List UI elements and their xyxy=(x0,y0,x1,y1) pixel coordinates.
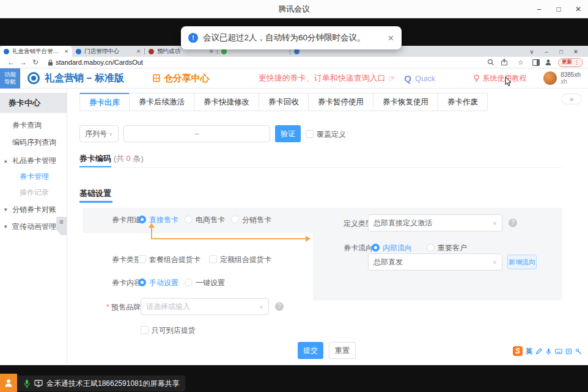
share-center-link[interactable]: 仓分享中心 xyxy=(152,73,210,84)
flow-radio-internal[interactable] xyxy=(372,244,380,252)
maximize-button[interactable]: □ xyxy=(549,0,568,18)
add-flow-button[interactable]: 新增流向 xyxy=(507,255,537,269)
share-page-icon[interactable] xyxy=(501,59,508,66)
more-menu-icon[interactable]: ⋮ xyxy=(574,59,579,65)
back-icon[interactable]: ← xyxy=(5,58,17,67)
overwrite-checkbox[interactable] xyxy=(306,130,314,138)
browser-tab[interactable]: 门店管理中心 ✕ xyxy=(72,46,144,57)
update-button[interactable]: 更新 ⋮ xyxy=(558,58,583,67)
overwrite-label[interactable]: 覆盖定义 xyxy=(317,129,346,140)
split-view-icon[interactable] xyxy=(532,59,540,66)
content-radio-onekey[interactable] xyxy=(185,278,193,286)
user-avatar[interactable] xyxy=(543,71,557,85)
ime-toolbar[interactable]: S 英 xyxy=(513,345,582,357)
content-option-onekey[interactable]: 一键设置 xyxy=(196,278,225,288)
tab-card-outbound[interactable]: 券卡出库 xyxy=(79,93,130,111)
sidebar-item-code-sequence-query[interactable]: 编码序列查询 xyxy=(0,135,67,150)
zoom-icon[interactable] xyxy=(487,59,494,66)
submit-button[interactable]: 提交 xyxy=(298,342,323,359)
minimize-button[interactable]: – xyxy=(529,0,549,18)
flow-option-vip[interactable]: 重要客户 xyxy=(438,243,467,253)
forward-icon[interactable]: → xyxy=(17,58,29,67)
q-search-icon: Q xyxy=(404,73,411,84)
verify-button[interactable]: 验证 xyxy=(275,125,301,142)
nav-toggle-line1: 功能 xyxy=(4,71,16,78)
flow-label: 券卡流向 xyxy=(344,243,373,253)
flow-value: 总部直发 xyxy=(373,257,403,267)
quick-entry-link[interactable]: 更快捷的券卡、订单和快递查询入口 xyxy=(259,73,386,84)
usage-radio-direct[interactable] xyxy=(138,216,146,223)
ime-pen-icon[interactable] xyxy=(535,348,542,355)
tab-close-icon[interactable]: ✕ xyxy=(64,48,68,54)
ime-keyboard-icon[interactable] xyxy=(555,348,562,355)
reload-icon[interactable]: ↻ xyxy=(29,58,42,67)
card-codes-title: 券卡编码 xyxy=(79,154,111,163)
lock-icon xyxy=(48,59,53,66)
nav-toggle-line2: 导航 xyxy=(4,78,16,85)
flow-option-internal[interactable]: 内部流向 xyxy=(383,243,412,253)
tab-card-resume[interactable]: 券卡恢复使用 xyxy=(373,93,438,111)
connector-line-horizontal xyxy=(151,238,306,239)
field-type-select[interactable]: 序列号 ∨ xyxy=(79,125,119,142)
brand-title: 礼盒营销 – 标准版 xyxy=(45,72,124,85)
sidebar-item-card-management[interactable]: 券卡管理 xyxy=(0,169,67,184)
category-option-fixed[interactable]: 定额组合提货卡 xyxy=(220,255,271,265)
sidebar-item-operation-log[interactable]: 操作记录 xyxy=(0,185,67,200)
category-checkbox-fixed[interactable] xyxy=(209,255,217,263)
usage-option-distribution[interactable]: 分销售卡 xyxy=(242,215,271,225)
sidebar-group-gift-card-management[interactable]: ▴ 礼品券卡管理 xyxy=(0,153,67,168)
category-option-combo[interactable]: 套餐组合提货卡 xyxy=(149,255,200,265)
browser-close-button[interactable]: ✕ xyxy=(568,48,583,55)
tab-card-recycle[interactable]: 券卡回收 xyxy=(259,93,309,111)
tab-close-icon[interactable]: ✕ xyxy=(136,48,141,54)
close-button[interactable]: ✕ xyxy=(568,0,588,18)
ime-clipboard-icon[interactable] xyxy=(565,348,572,355)
bookmark-star-icon[interactable]: ☆ xyxy=(514,59,527,67)
toast-close-icon[interactable]: ✕ xyxy=(388,34,394,43)
content-radio-manual[interactable] xyxy=(138,278,146,286)
tab-search-chevron-icon[interactable]: ∨ xyxy=(524,48,539,55)
sidebar-item-card-query[interactable]: 券卡查询 xyxy=(0,118,67,132)
store-only-label[interactable]: 只可到店提货 xyxy=(152,325,196,336)
user-sub: xh xyxy=(560,78,581,85)
profile-icon[interactable] xyxy=(545,59,552,66)
quick-search[interactable]: Q Quick xyxy=(404,73,435,84)
content-option-manual[interactable]: 手动设置 xyxy=(149,278,178,288)
define-type-help-icon[interactable]: ? xyxy=(509,219,517,227)
tutorial-link[interactable]: 系统使用教程 xyxy=(473,73,526,84)
tab-card-suspend[interactable]: 券卡暂停使用 xyxy=(308,93,373,111)
user-info: 8385xh xh xyxy=(560,71,581,85)
url-text[interactable]: standard.maboy.cn/CardsOut xyxy=(56,59,143,66)
sidebar-group-distribution-reconciliation[interactable]: ▾ 分销券卡对账 xyxy=(0,202,67,217)
brand-help-icon[interactable]: ? xyxy=(275,302,284,311)
brand-select[interactable]: 请选择或输入 ∨ xyxy=(141,298,269,315)
browser-maximize-button[interactable]: □ xyxy=(554,48,568,55)
usage-radio-ecommerce[interactable] xyxy=(185,216,193,223)
expand-panel-button[interactable]: » xyxy=(561,93,582,104)
browser-window-controls: ∨ – □ ✕ xyxy=(524,46,588,57)
reset-button[interactable]: 重置 xyxy=(329,342,356,359)
nav-toggle-button[interactable]: 功能 导航 xyxy=(0,68,20,89)
tab-card-void[interactable]: 券卡作废 xyxy=(438,93,488,111)
flow-select[interactable]: 总部直发 ∨ xyxy=(368,253,502,270)
caret-down-icon: ▾ xyxy=(4,219,7,234)
usage-option-ecommerce[interactable]: 电商售卡 xyxy=(196,215,225,225)
flow-radio-vip[interactable] xyxy=(427,244,435,252)
ime-mic-icon[interactable] xyxy=(545,348,552,355)
category-checkbox-combo[interactable] xyxy=(138,255,146,263)
ime-language-toggle[interactable]: 英 xyxy=(526,347,532,356)
browser-tab-active[interactable]: 礼盒营销平台管理中心 ✕ xyxy=(0,46,72,57)
code-range-input[interactable]: – xyxy=(123,125,270,142)
update-label: 更新 xyxy=(562,59,572,66)
caret-down-icon: ▾ xyxy=(4,202,7,217)
usage-radio-distribution[interactable] xyxy=(231,216,239,223)
ime-wrench-icon[interactable] xyxy=(575,348,582,355)
store-only-checkbox[interactable] xyxy=(141,326,149,334)
sidebar-group-label: 礼品券卡管理 xyxy=(12,156,56,165)
tab-card-quick-edit[interactable]: 券卡快捷修改 xyxy=(194,93,259,111)
browser-minimize-button[interactable]: – xyxy=(539,48,554,55)
tab-card-followup-activation[interactable]: 券卡后续激活 xyxy=(129,93,194,111)
person-icon xyxy=(4,378,13,388)
define-type-select[interactable]: 总部直接定义激活 ∨ xyxy=(368,214,502,231)
username: 8385xh xyxy=(560,71,581,79)
